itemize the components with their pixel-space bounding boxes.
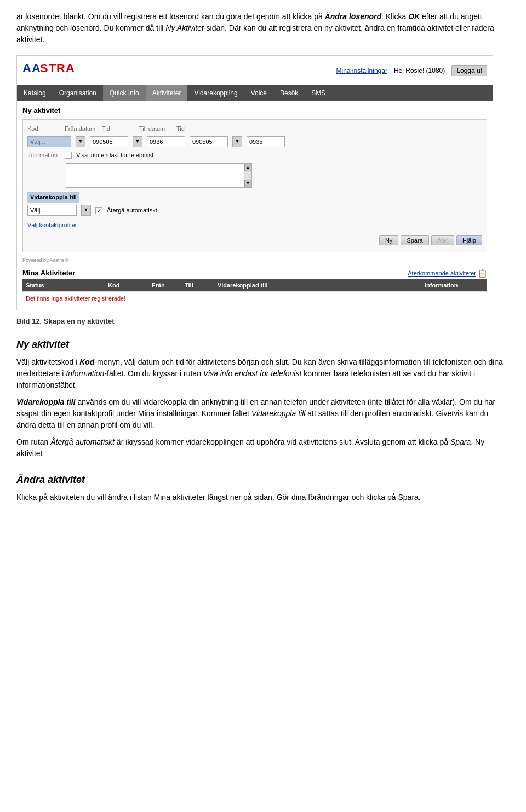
nav-bar: Katalog Organisation Quick Info Aktivite…: [17, 85, 493, 101]
label-kod: Kod: [27, 124, 60, 134]
mina-aktiviteter-header: Mina Aktiviteter Återkommande aktivitete…: [22, 268, 487, 279]
aastra-header: AA STRA Mina inställningar Hej Rosie! (1…: [17, 56, 493, 85]
nav-quick-info[interactable]: Quick Info: [103, 85, 146, 101]
atergå-checkbox[interactable]: [95, 207, 102, 214]
intro-ok: OK: [408, 12, 420, 21]
vidarekoppla-section: Vidarekoppla till ▼ Återgå automatiskt V…: [27, 191, 482, 231]
svg-text:STRA: STRA: [40, 61, 75, 75]
vidarekoppla-row: ▼ Återgå automatiskt: [27, 205, 482, 216]
fran-datum-input[interactable]: [90, 136, 128, 147]
spara-button[interactable]: Spara: [401, 235, 428, 245]
nav-sms[interactable]: SMS: [305, 85, 332, 101]
vidarekoppla-input[interactable]: [27, 205, 77, 216]
section2-para: Klicka på aktiviteten du vill ändra i li…: [16, 492, 510, 503]
mina-aktiviteter-title: Mina Aktiviteter: [22, 268, 75, 279]
label-till-datum: Till datum: [139, 124, 172, 134]
header-right: Mina inställningar Hej Rosie! (1080) Log…: [336, 65, 487, 76]
nav-vidarekoppling[interactable]: Vidarekoppling: [187, 85, 244, 101]
information-row: Information Visa info endast för telefon…: [27, 151, 482, 160]
information-textarea[interactable]: ▲ ▼: [66, 163, 252, 188]
label-tid-1: Tid: [102, 124, 135, 134]
till-tid-input[interactable]: [247, 136, 285, 147]
scroll-up-arrow[interactable]: ▲: [244, 164, 251, 171]
intro-text-1: är lösenordet blankt. Om du vill registr…: [16, 12, 325, 21]
th-kod: Kod: [105, 279, 148, 292]
fran-tid-input[interactable]: [147, 136, 185, 147]
aastra-logo-svg: AA STRA: [22, 59, 88, 77]
nav-aktiviteter[interactable]: Aktiviteter: [146, 85, 188, 101]
s1p3-italic1: Återgå automatiskt: [50, 437, 115, 446]
s1p2-italic2: Vidarekoppla till: [251, 409, 306, 418]
s1p1-italic1: Kod: [79, 358, 94, 366]
ny-aktivitet-form: Kod Från datum Tid Till datum Tid ▼ ▼ ▼ …: [22, 119, 487, 253]
s1p2-italic1: Vidarekoppla till: [16, 398, 76, 406]
logga-ut-button[interactable]: Logga ut: [451, 65, 487, 76]
form-row-1: Kod Från datum Tid Till datum Tid: [27, 124, 482, 134]
hej-text: Hej Rosie! (1080): [394, 66, 445, 76]
th-till: Till: [181, 279, 214, 292]
s1p1-italic3: Visa info endast för telefonist: [203, 369, 302, 378]
label-information: Information: [27, 151, 60, 160]
section1-heading: Ny aktivitet: [16, 337, 510, 352]
textarea-scrollbar[interactable]: ▲ ▼: [244, 164, 251, 187]
s1p3-italic2: Spara: [450, 437, 471, 446]
caption-text: Bild 12. Skapa en ny aktivitet: [16, 317, 114, 325]
nav-katalog[interactable]: Katalog: [17, 85, 53, 101]
s1p3-text2: är ikryssad kommer vidarekopplingen att …: [115, 437, 450, 446]
vidarekoppla-arrow[interactable]: ▼: [81, 205, 91, 216]
s1p1-text3: -fältet. Om du kryssar i rutan: [104, 369, 203, 378]
form-row-2: ▼ ▼ ▼: [27, 136, 482, 147]
intro-text-2: . Klicka: [381, 12, 408, 21]
kod-dropdown-arrow[interactable]: ▼: [76, 136, 85, 147]
aterkommande-link[interactable]: Återkommande aktiviteter 📋: [408, 268, 487, 279]
nav-besok[interactable]: Besök: [273, 85, 305, 101]
powered-by: Powered by Aastra ©: [22, 257, 487, 264]
ny-aktivitet-title: Ny aktivitet: [22, 105, 487, 116]
nav-organisation[interactable]: Organisation: [53, 85, 103, 101]
s1p1-text1: Välj aktivitetskod i: [16, 358, 79, 366]
button-row: Ny Spara Åter Hjälp: [27, 233, 482, 247]
s1p3-text1: Om rutan: [16, 437, 50, 446]
table-empty-message: Det finns inga aktiviteter registrerade!: [22, 291, 487, 306]
aterkommande-label: Återkommande aktiviteter: [408, 269, 476, 278]
fran-datum-arrow[interactable]: ▼: [133, 136, 142, 147]
intro-paragraph: är lösenordet blankt. Om du vill registr…: [16, 11, 510, 45]
th-information: Information: [421, 279, 487, 292]
vidarekoppla-label-bar: Vidarekoppla till: [27, 192, 79, 203]
svg-text:AA: AA: [22, 61, 41, 75]
till-datum-arrow[interactable]: ▼: [232, 136, 242, 147]
scroll-down-arrow[interactable]: ▼: [244, 180, 251, 187]
table-header-row: Status Kod Från Till Vidarekopplad till …: [22, 279, 487, 292]
s1p1-italic2: Information: [66, 369, 104, 378]
main-content: Ny aktivitet Kod Från datum Tid Till dat…: [17, 101, 493, 310]
section1-para2: Vidarekoppla till används om du vill vid…: [16, 396, 510, 431]
atergå-label: Återgå automatiskt: [107, 206, 157, 215]
th-fran: Från: [148, 279, 181, 292]
aastra-logo: AA STRA: [22, 59, 88, 82]
visa-info-label: Visa info endast för telefonist: [76, 151, 153, 160]
section1-para3: Om rutan Återgå automatiskt är ikryssad …: [16, 436, 510, 459]
th-vidarekopplad: Vidarekopplad till: [214, 279, 421, 292]
section2-heading: Ändra aktivitet: [16, 473, 510, 487]
valj-kontaktprofiler-link[interactable]: Välj kontaktprofiler: [27, 222, 77, 228]
kod-input[interactable]: [27, 136, 71, 147]
intro-ny: Ny Aktivitet: [165, 24, 204, 32]
aterkommande-icon: 📋: [478, 268, 487, 279]
label-fran-datum: Från datum: [65, 124, 98, 134]
ny-button[interactable]: Ny: [379, 235, 398, 245]
visa-info-checkbox[interactable]: [65, 152, 72, 159]
hjälp-button[interactable]: Hjälp: [456, 235, 482, 245]
section1-para1: Välj aktivitetskod i Kod-menyn, välj dat…: [16, 356, 510, 391]
screenshot-container: AA STRA Mina inställningar Hej Rosie! (1…: [16, 55, 493, 310]
nav-voice[interactable]: Voice: [244, 85, 273, 101]
ater-button[interactable]: Åter: [431, 235, 454, 245]
till-datum-input[interactable]: [190, 136, 228, 147]
label-tid-2: Tid: [176, 124, 209, 134]
th-status: Status: [22, 279, 105, 292]
image-caption: Bild 12. Skapa en ny aktivitet: [16, 316, 510, 327]
intro-italic-1: Ändra lösenord: [325, 12, 381, 21]
mina-installningar-link[interactable]: Mina inställningar: [336, 66, 387, 76]
